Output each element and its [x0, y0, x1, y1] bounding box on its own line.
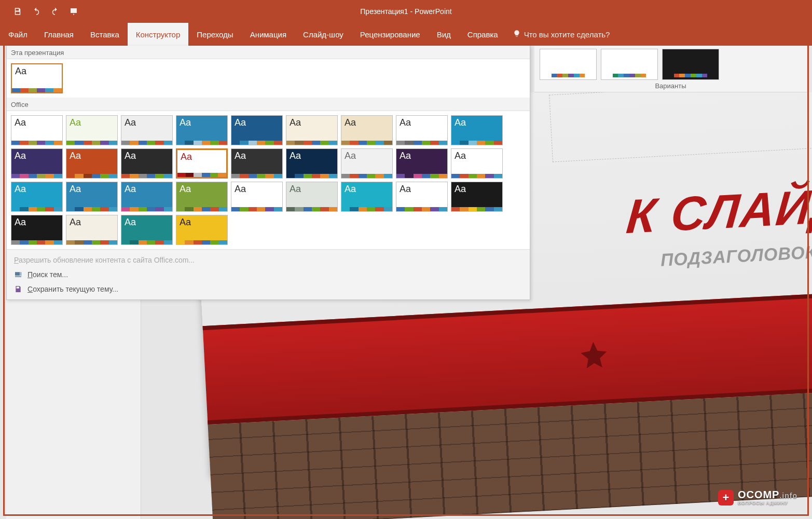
theme-aa-label: Aa: [66, 215, 117, 227]
theme-office-9[interactable]: Aa: [11, 148, 63, 179]
variants-label: Варианты: [540, 82, 802, 90]
theme-aa-label: Aa: [11, 116, 62, 127]
theme-swatches: [176, 207, 227, 211]
theme-office-29[interactable]: Aa: [121, 215, 173, 245]
theme-office-22[interactable]: Aa: [231, 182, 283, 212]
theme-office-5[interactable]: Aa: [286, 115, 338, 145]
themes-panel-footer: Разрешить обновление контента с сайта Of…: [7, 249, 530, 299]
theme-office-18[interactable]: Aa: [11, 182, 63, 212]
theme-swatches: [121, 240, 172, 244]
tab-insert[interactable]: Вставка: [82, 23, 128, 46]
window-title: Презентация1 - PowerPoint: [360, 7, 451, 16]
theme-aa-label: Aa: [396, 182, 447, 194]
theme-swatches: [176, 141, 227, 145]
tab-review[interactable]: Рецензирование: [352, 23, 429, 46]
theme-swatches: [451, 207, 502, 211]
tab-transitions[interactable]: Переходы: [188, 23, 241, 46]
slideshow-start-icon[interactable]: [66, 4, 81, 19]
theme-office-30[interactable]: Aa: [176, 215, 228, 245]
theme-swatches: [286, 174, 337, 178]
save-icon[interactable]: [10, 4, 25, 19]
tab-file[interactable]: Файл: [0, 23, 36, 46]
theme-aa-label: Aa: [341, 116, 392, 127]
tab-design[interactable]: Конструктор: [128, 23, 189, 46]
slide-subtitle-text[interactable]: ПОДЗАГОЛОВОК СЛАЙ: [660, 239, 812, 270]
theme-swatches: [66, 240, 117, 244]
theme-office-7[interactable]: Aa: [396, 115, 448, 145]
theme-office-16[interactable]: Aa: [396, 148, 448, 179]
theme-aa-label: Aa: [176, 182, 227, 194]
theme-aa-label: Aa: [286, 149, 337, 160]
theme-office-13[interactable]: Aa: [231, 148, 283, 179]
variants-thumbs: [540, 49, 802, 80]
theme-swatches: [396, 141, 447, 145]
theme-aa-label: Aa: [176, 116, 227, 127]
variant-thumb-0[interactable]: [540, 49, 597, 80]
theme-office-17[interactable]: Aa: [451, 148, 503, 179]
tab-animations[interactable]: Анимация: [242, 23, 295, 46]
theme-swatches: [231, 174, 282, 178]
lightbulb-icon: [513, 30, 521, 39]
theme-office-4[interactable]: Aa: [231, 115, 283, 145]
theme-aa-label: Aa: [396, 149, 447, 160]
theme-office-15[interactable]: Aa: [341, 148, 393, 179]
theme-aa-label: Aa: [121, 149, 172, 160]
theme-aa-label: Aa: [286, 116, 337, 127]
redo-icon[interactable]: [48, 4, 62, 19]
theme-swatches: [11, 174, 62, 178]
theme-aa-label: Aa: [451, 116, 502, 127]
undo-icon[interactable]: [29, 4, 44, 19]
theme-swatches: [11, 207, 62, 211]
menu-browse-label: Поиск тем...: [27, 270, 68, 279]
theme-aa-label: Aa: [231, 149, 282, 160]
ribbon-tabs: Файл Главная Вставка Конструктор Переход…: [0, 23, 812, 46]
theme-office-14[interactable]: Aa: [286, 148, 338, 179]
menu-save-current-theme[interactable]: Сохранить текущую тему...: [7, 282, 530, 296]
theme-office-3[interactable]: Aa: [176, 115, 228, 145]
theme-office-25[interactable]: Aa: [396, 182, 448, 212]
theme-office-28[interactable]: Aa: [66, 215, 118, 245]
theme-office-19[interactable]: Aa: [66, 182, 118, 212]
tab-help[interactable]: Справка: [459, 23, 506, 46]
theme-swatches: [66, 174, 117, 178]
theme-office-27[interactable]: Aa: [11, 215, 63, 245]
theme-office-26[interactable]: Aa: [451, 182, 503, 212]
theme-swatches: [121, 174, 172, 178]
menu-browse-themes[interactable]: Поиск тем...: [7, 267, 530, 282]
theme-office-6[interactable]: Aa: [341, 115, 393, 145]
tell-me-search[interactable]: Что вы хотите сделать?: [506, 23, 616, 46]
variant-thumb-1[interactable]: [601, 49, 658, 80]
theme-swatches: [451, 141, 502, 145]
theme-aa-label: Aa: [121, 215, 172, 227]
theme-office-1[interactable]: Aa: [66, 115, 118, 145]
theme-office-21[interactable]: Aa: [176, 182, 228, 212]
tab-home[interactable]: Главная: [36, 23, 82, 46]
theme-this-0[interactable]: Aa: [11, 63, 63, 93]
variant-thumb-2[interactable]: [662, 49, 719, 80]
theme-office-23[interactable]: Aa: [286, 182, 338, 212]
theme-office-24[interactable]: Aa: [341, 182, 393, 212]
slide-title-text[interactable]: К СЛАЙДА: [624, 176, 812, 244]
section-office: Office: [7, 98, 530, 111]
menu-enable-label: Разрешить обновление контента с сайта Of…: [14, 256, 195, 264]
section-this-presentation: Эта презентация: [7, 46, 530, 59]
tab-view[interactable]: Вид: [429, 23, 459, 46]
theme-aa-label: Aa: [231, 182, 282, 194]
theme-office-8[interactable]: Aa: [451, 115, 503, 145]
theme-swatches: [121, 207, 172, 211]
theme-aa-label: Aa: [66, 116, 117, 127]
watermark: + OCOMP.info ВОПРОСЫ АДМИНУ: [718, 489, 797, 506]
theme-aa-label: Aa: [66, 149, 117, 160]
theme-swatches: [341, 207, 392, 211]
variant-swatches: [613, 74, 646, 77]
theme-office-0[interactable]: Aa: [11, 115, 63, 145]
tab-slideshow[interactable]: Слайд-шоу: [295, 23, 352, 46]
theme-office-12[interactable]: Aa: [176, 148, 228, 179]
theme-office-2[interactable]: Aa: [121, 115, 173, 145]
theme-swatches: [66, 207, 117, 211]
theme-swatches: [11, 240, 62, 244]
theme-office-10[interactable]: Aa: [66, 148, 118, 179]
theme-office-20[interactable]: Aa: [121, 182, 173, 212]
theme-office-11[interactable]: Aa: [121, 148, 173, 179]
theme-swatches: [396, 207, 447, 211]
